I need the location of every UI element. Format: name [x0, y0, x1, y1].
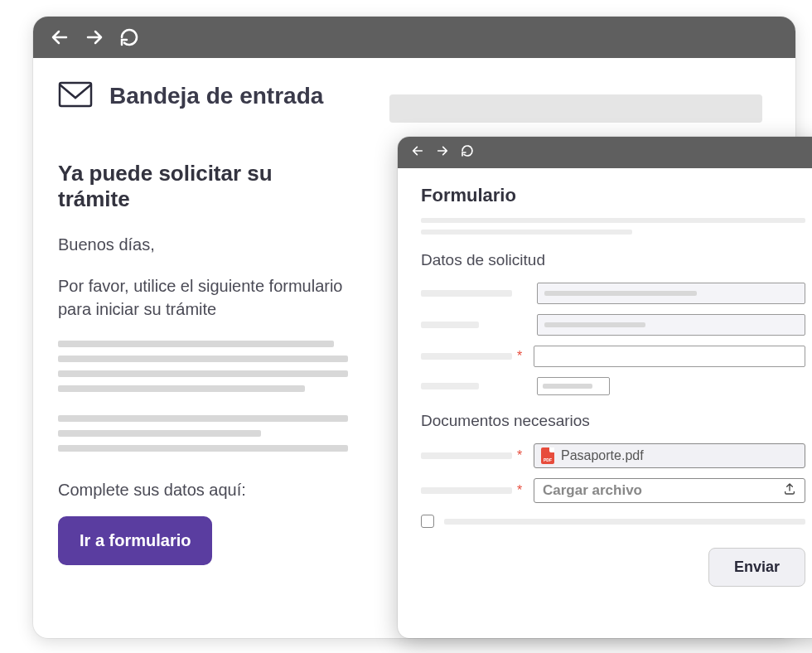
placeholder-line [421, 218, 805, 223]
required-star-icon: * [517, 349, 525, 364]
required-star-icon: * [517, 448, 525, 463]
section-docs-title: Documentos necesarios [421, 412, 805, 430]
email-body: Ya puede solicitar su trámite Buenos día… [33, 119, 373, 590]
checkbox-row [421, 515, 805, 528]
reload-icon[interactable] [461, 144, 474, 161]
email-text-block-2 [58, 415, 348, 452]
placeholder-line [421, 230, 632, 235]
pdf-icon [541, 447, 554, 464]
forward-icon[interactable] [436, 144, 449, 161]
text-input[interactable] [534, 346, 805, 367]
email-cta-text: Complete sus datos aquí: [58, 481, 348, 500]
email-greeting: Buenos días, [58, 235, 348, 254]
form-row-1 [421, 283, 805, 304]
uploaded-file-name: Pasaporte.pdf [561, 448, 644, 463]
submit-button[interactable]: Enviar [708, 548, 805, 587]
form-row-4 [421, 377, 805, 395]
browser-toolbar [33, 17, 795, 58]
form-window: Formulario Datos de solicitud * [398, 137, 812, 638]
form-label [421, 353, 512, 360]
reload-icon[interactable] [119, 27, 139, 47]
form-content: Formulario Datos de solicitud * [398, 168, 812, 603]
form-row-2 [421, 314, 805, 336]
form-label [421, 383, 479, 389]
form-label [421, 322, 479, 328]
email-subject: Ya puede solicitar su trámite [58, 161, 348, 212]
uploaded-file[interactable]: Pasaporte.pdf [534, 443, 805, 468]
svg-rect-0 [60, 83, 91, 106]
form-label [421, 290, 512, 297]
text-input[interactable] [537, 283, 805, 304]
back-icon[interactable] [50, 27, 70, 47]
small-input[interactable] [537, 377, 610, 395]
email-text-block-1 [58, 341, 348, 392]
search-bar-placeholder[interactable] [389, 94, 762, 123]
inbox-title: Bandeja de entrada [109, 83, 323, 109]
file-row-upload: * Cargar archivo [421, 478, 805, 503]
upload-icon [783, 482, 796, 500]
upload-label: Cargar archivo [543, 482, 642, 499]
form-row-3: * [421, 346, 805, 367]
email-intro: Por favor, utilice el siguiente formular… [58, 274, 348, 321]
section-data-title: Datos de solicitud [421, 251, 805, 269]
go-to-form-button[interactable]: Ir a formulario [58, 516, 212, 565]
mail-icon [58, 81, 93, 111]
file-upload-button[interactable]: Cargar archivo [534, 478, 805, 503]
form-label [421, 452, 512, 459]
file-row-uploaded: * Pasaporte.pdf [421, 443, 805, 468]
form-title: Formulario [421, 185, 805, 206]
checkbox-label-placeholder [444, 519, 805, 525]
forward-icon[interactable] [85, 27, 104, 47]
back-icon[interactable] [411, 144, 424, 161]
required-star-icon: * [517, 483, 525, 498]
text-input[interactable] [537, 314, 805, 336]
form-browser-toolbar [398, 137, 812, 168]
form-label [421, 487, 512, 494]
consent-checkbox[interactable] [421, 515, 434, 528]
